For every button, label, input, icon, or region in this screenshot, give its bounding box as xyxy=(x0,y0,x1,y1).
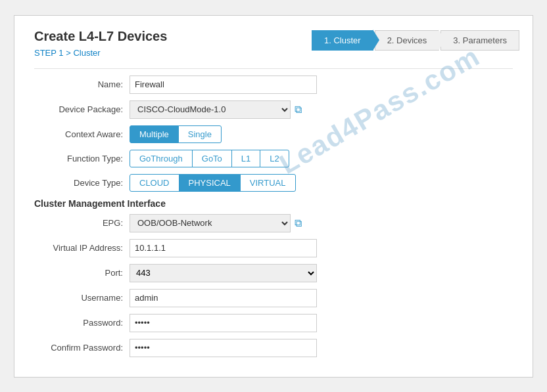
function-type-gothrough-btn[interactable]: GoThrough xyxy=(130,150,193,167)
epg-select[interactable]: OOB/OOB-Network xyxy=(130,214,291,232)
function-type-label: Function Type: xyxy=(34,154,130,163)
function-type-goto-btn[interactable]: GoTo xyxy=(192,150,232,167)
virtual-ip-input[interactable] xyxy=(130,239,317,257)
confirm-password-input[interactable] xyxy=(130,339,317,357)
epg-select-wrapper: OOB/OOB-Network ⧉ xyxy=(130,214,302,232)
username-label: Username: xyxy=(34,293,130,303)
device-package-row: Device Package: CISCO-CloudMode-1.0 ⧉ xyxy=(34,100,513,119)
function-type-l2-btn[interactable]: L2 xyxy=(260,150,289,167)
device-type-cloud-btn[interactable]: CLOUD xyxy=(130,174,179,192)
port-select[interactable]: 443 xyxy=(130,264,317,282)
name-label: Name: xyxy=(34,79,130,89)
wizard-steps: 1. Cluster 2. Devices 3. Parameters xyxy=(312,30,519,51)
virtual-ip-row: Virtual IP Address: xyxy=(34,239,513,257)
wizard-step-parameters[interactable]: 3. Parameters xyxy=(440,30,519,51)
device-package-ext-link-icon[interactable]: ⧉ xyxy=(295,104,302,116)
virtual-ip-label: Virtual IP Address: xyxy=(34,243,130,253)
password-row: Password: xyxy=(34,314,513,332)
context-aware-row: Context Aware: Multiple Single xyxy=(34,125,513,143)
device-type-label: Device Type: xyxy=(34,178,130,188)
context-aware-multiple-btn[interactable]: Multiple xyxy=(130,125,179,143)
device-type-physical-btn[interactable]: PHYSICAL xyxy=(179,174,241,192)
epg-ext-link-icon[interactable]: ⧉ xyxy=(295,217,302,229)
device-type-virtual-btn[interactable]: VIRTUAL xyxy=(240,174,296,192)
function-type-row: Function Type: GoThrough GoTo L1 L2 xyxy=(34,150,513,167)
wizard-step-devices[interactable]: 2. Devices xyxy=(375,30,440,51)
port-label: Port: xyxy=(34,268,130,278)
port-row: Port: 443 xyxy=(34,264,513,282)
device-type-row: Device Type: CLOUD PHYSICAL VIRTUAL xyxy=(34,174,513,192)
device-package-select[interactable]: CISCO-CloudMode-1.0 xyxy=(130,100,291,119)
confirm-password-row: Confirm Password: xyxy=(34,339,513,357)
function-type-l1-btn[interactable]: L1 xyxy=(231,150,260,167)
name-input[interactable] xyxy=(130,76,317,94)
device-package-select-wrapper: CISCO-CloudMode-1.0 ⧉ xyxy=(130,100,302,119)
username-row: Username: xyxy=(34,289,513,307)
username-input[interactable] xyxy=(130,289,317,307)
confirm-password-label: Confirm Password: xyxy=(34,343,130,353)
wizard-step-cluster[interactable]: 1. Cluster xyxy=(312,30,373,51)
epg-label: EPG: xyxy=(34,218,130,228)
main-container: 1. Cluster 2. Devices 3. Parameters Crea… xyxy=(14,15,533,378)
context-aware-single-btn[interactable]: Single xyxy=(178,125,222,143)
device-package-label: Device Package: xyxy=(34,104,130,114)
function-type-btn-group: GoThrough GoTo L1 L2 xyxy=(130,150,289,167)
name-row: Name: xyxy=(34,76,513,94)
title-divider xyxy=(34,68,513,69)
device-type-btn-group: CLOUD PHYSICAL VIRTUAL xyxy=(130,174,295,192)
epg-row: EPG: OOB/OOB-Network ⧉ xyxy=(34,214,513,232)
cluster-mgmt-title: Cluster Management Interface xyxy=(34,198,513,209)
context-aware-btn-group: Multiple Single xyxy=(130,125,221,143)
context-aware-label: Context Aware: xyxy=(34,129,130,139)
password-input[interactable] xyxy=(130,314,317,332)
password-label: Password: xyxy=(34,318,130,328)
